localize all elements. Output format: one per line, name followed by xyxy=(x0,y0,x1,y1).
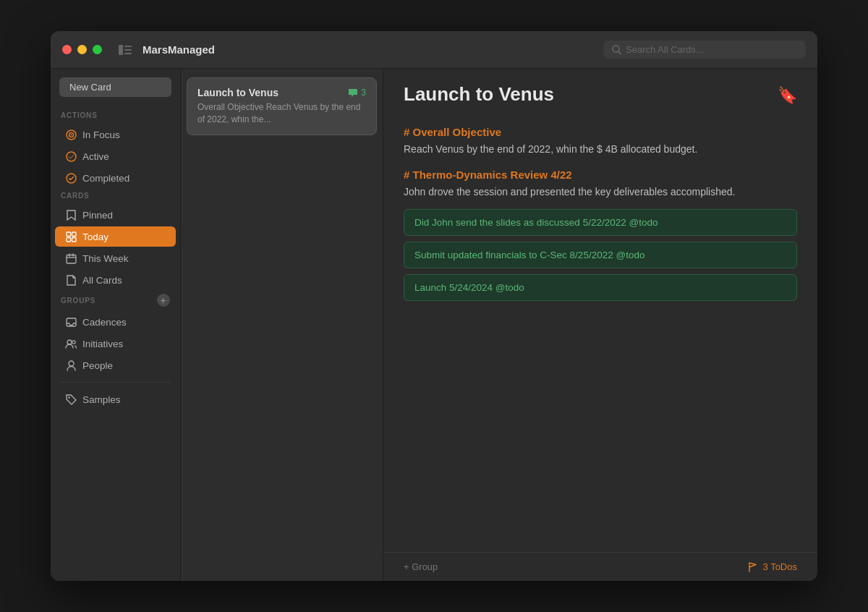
traffic-lights xyxy=(62,45,102,54)
sidebar-item-in-focus-label: In Focus xyxy=(82,129,120,140)
app-title: MarsManaged xyxy=(142,43,603,56)
svg-point-8 xyxy=(70,134,72,135)
search-icon xyxy=(612,45,621,54)
search-input[interactable] xyxy=(626,44,797,55)
sidebar-item-completed[interactable]: Completed xyxy=(55,168,176,188)
svg-rect-13 xyxy=(67,237,71,242)
section-heading-thermo: # Thermo-Dynamics Review 4/22 xyxy=(404,169,797,181)
sidebar-item-in-focus[interactable]: In Focus xyxy=(55,124,176,145)
todo-item-1[interactable]: Did John send the slides as discussed 5/… xyxy=(404,209,797,236)
card-item-body: Overall Objective Reach Venus by the end… xyxy=(197,101,366,126)
person-icon xyxy=(65,360,77,371)
detail-body: # Overall Objective Reach Venus by the e… xyxy=(383,114,817,552)
app-window: MarsManaged New Card ACTIONS xyxy=(51,31,817,581)
svg-rect-12 xyxy=(72,232,76,237)
cards-section-label: CARDS xyxy=(51,189,180,204)
grid-icon xyxy=(65,231,77,242)
bookmark-icon xyxy=(65,209,77,221)
minimize-button[interactable] xyxy=(77,45,87,54)
target-icon xyxy=(65,129,77,140)
circle-dot-icon xyxy=(65,150,77,162)
detail-bookmark-icon[interactable]: 🔖 xyxy=(778,86,797,105)
close-button[interactable] xyxy=(62,45,72,54)
calendar-icon xyxy=(65,252,77,264)
sidebar-item-samples[interactable]: Samples xyxy=(55,389,176,409)
card-item-header: Launch to Venus 3 xyxy=(197,87,366,98)
sidebar-item-cadences-label: Cadences xyxy=(82,317,127,328)
todos-count-label: 3 ToDos xyxy=(763,561,797,572)
sidebar-item-samples-label: Samples xyxy=(82,394,121,405)
todos-count: 3 ToDos xyxy=(747,561,797,572)
section-text-thermo: John drove the session and presented the… xyxy=(404,184,797,200)
card-list: Launch to Venus 3 Overall Objective Reac… xyxy=(181,69,383,581)
add-group-button[interactable]: + xyxy=(157,294,170,307)
comment-count: 3 xyxy=(361,88,366,98)
sidebar-toggle-button[interactable] xyxy=(114,38,137,61)
detail-title: Launch to Venus xyxy=(404,83,554,106)
sidebar-item-today[interactable]: Today xyxy=(55,226,176,247)
svg-point-22 xyxy=(69,361,74,366)
sidebar-divider xyxy=(61,382,170,383)
sidebar-item-this-week[interactable]: This Week xyxy=(55,248,176,268)
maximize-button[interactable] xyxy=(93,45,102,54)
users-icon xyxy=(65,338,77,349)
sidebar: New Card ACTIONS In Focus xyxy=(51,69,181,581)
sidebar-item-initiatives[interactable]: Initiatives xyxy=(55,333,176,354)
message-icon xyxy=(348,88,358,98)
sidebar-item-today-label: Today xyxy=(82,231,109,242)
svg-point-20 xyxy=(67,340,72,344)
sidebar-item-active-label: Active xyxy=(82,151,109,162)
sidebar-item-this-week-label: This Week xyxy=(82,253,129,264)
sidebar-item-initiatives-label: Initiatives xyxy=(82,339,123,349)
sidebar-item-active[interactable]: Active xyxy=(55,146,176,166)
sidebar-item-people[interactable]: People xyxy=(55,355,176,375)
detail-header: Launch to Venus 🔖 xyxy=(383,69,817,114)
tag-icon xyxy=(65,394,77,405)
svg-point-9 xyxy=(67,152,76,161)
sidebar-item-cadences[interactable]: Cadences xyxy=(55,312,176,332)
sidebar-item-pinned-label: Pinned xyxy=(82,210,113,221)
add-group-link[interactable]: + Group xyxy=(404,561,438,572)
main-content: New Card ACTIONS In Focus xyxy=(51,69,817,581)
search-bar[interactable] xyxy=(603,41,806,59)
svg-rect-15 xyxy=(67,255,76,263)
file-icon xyxy=(65,274,77,286)
svg-point-23 xyxy=(68,396,69,398)
svg-rect-2 xyxy=(124,49,132,51)
sidebar-item-pinned[interactable]: Pinned xyxy=(55,205,176,225)
new-card-button[interactable]: New Card xyxy=(59,77,171,97)
section-text-objective: Reach Venus by the end of 2022, whin the… xyxy=(404,141,797,157)
svg-point-21 xyxy=(72,340,75,343)
svg-line-5 xyxy=(618,51,621,54)
section-heading-objective: # Overall Objective xyxy=(404,126,797,138)
todo-item-2[interactable]: Submit updated financials to C-Sec 8/25/… xyxy=(404,242,797,268)
svg-rect-0 xyxy=(119,45,123,55)
card-item[interactable]: Launch to Venus 3 Overall Objective Reac… xyxy=(187,77,377,135)
svg-rect-14 xyxy=(72,237,76,242)
detail-footer: + Group 3 ToDos xyxy=(383,552,817,581)
sidebar-item-all-cards-label: All Cards xyxy=(82,275,122,286)
card-item-title: Launch to Venus xyxy=(197,87,278,98)
svg-rect-11 xyxy=(67,232,71,237)
inbox-icon xyxy=(65,316,77,328)
flag-icon xyxy=(747,562,759,572)
svg-rect-1 xyxy=(124,46,132,47)
check-circle-icon xyxy=(65,172,77,184)
card-comment-badge: 3 xyxy=(348,88,366,98)
groups-section-label: GROUPS + xyxy=(51,291,180,311)
sidebar-item-all-cards[interactable]: All Cards xyxy=(55,270,176,290)
sidebar-item-people-label: People xyxy=(82,360,113,371)
detail-panel: Launch to Venus 🔖 # Overall Objective Re… xyxy=(383,69,817,581)
title-bar: MarsManaged xyxy=(51,31,817,69)
sidebar-item-completed-label: Completed xyxy=(82,173,129,184)
actions-section-label: ACTIONS xyxy=(51,109,180,124)
svg-rect-3 xyxy=(124,53,132,54)
todo-item-3[interactable]: Launch 5/24/2024 @todo xyxy=(404,274,797,301)
